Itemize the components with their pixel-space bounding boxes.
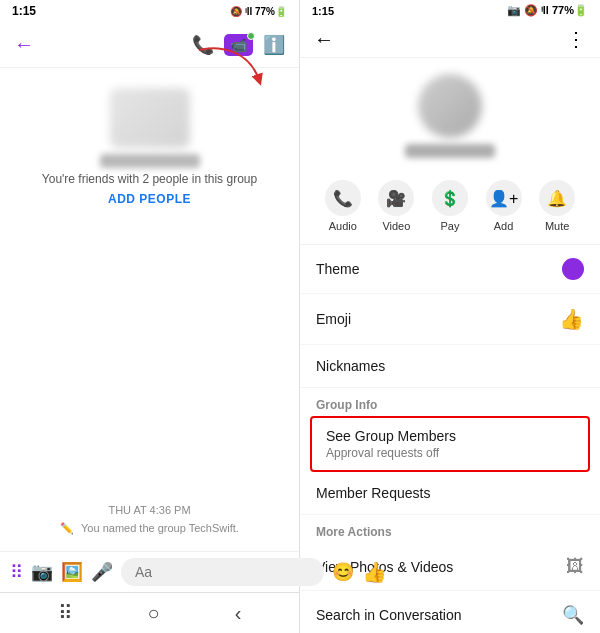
- photo-icon: 🖼: [566, 556, 584, 577]
- right-back-button[interactable]: ←: [314, 28, 334, 51]
- date-divider: THU AT 4:36 PM: [10, 504, 289, 516]
- system-message: ✏️ You named the group TechSwift.: [10, 522, 289, 535]
- mute-icon: 🔔: [539, 180, 575, 216]
- gallery-icon[interactable]: 🖼️: [61, 561, 83, 583]
- camera-icon[interactable]: 📷: [31, 561, 53, 583]
- profile-name: [405, 144, 495, 158]
- right-header: ← ⋮: [300, 21, 600, 58]
- system-message-text: You named the group TechSwift.: [81, 522, 239, 534]
- member-requests-item[interactable]: Member Requests: [300, 472, 600, 515]
- search-conversation-label: Search in Conversation: [316, 607, 462, 623]
- arrow-annotation: [189, 40, 269, 104]
- video-action-icon: 🎥: [378, 180, 414, 216]
- emoji-item[interactable]: Emoji 👍: [300, 294, 600, 345]
- left-time: 1:15: [12, 4, 36, 18]
- pay-icon: 💲: [432, 180, 468, 216]
- more-actions-header: More Actions: [300, 515, 600, 543]
- left-status-bar: 1:15 🔕 ᵎll 77%🔋: [0, 0, 299, 22]
- group-name: [100, 154, 200, 168]
- audio-icon: 📞: [325, 180, 361, 216]
- see-group-members-title: See Group Members: [326, 428, 574, 444]
- theme-dot: [562, 258, 584, 280]
- nav-back-icon[interactable]: ‹: [235, 602, 242, 625]
- nicknames-label: Nicknames: [316, 358, 385, 374]
- pay-action[interactable]: 💲 Pay: [432, 180, 468, 232]
- theme-label: Theme: [316, 261, 360, 277]
- group-info-list: Member Requests: [300, 472, 600, 515]
- profile-section: [300, 58, 600, 168]
- left-back-button[interactable]: ←: [14, 33, 34, 56]
- input-bar-icons: ⠿ 📷 🖼️ 🎤: [10, 561, 113, 583]
- emoji-like-icon: 👍: [559, 307, 584, 331]
- search-icon: 🔍: [562, 604, 584, 626]
- emoji-icon[interactable]: 😊: [332, 561, 354, 583]
- emoji-label: Emoji: [316, 311, 351, 327]
- mute-action[interactable]: 🔔 Mute: [539, 180, 575, 232]
- nav-home-icon[interactable]: ○: [148, 602, 160, 625]
- green-dot: [247, 32, 255, 40]
- more-options-button[interactable]: ⋮: [566, 27, 586, 51]
- group-info-header: Group Info: [300, 388, 600, 416]
- action-icons-row: 📞 Audio 🎥 Video 💲 Pay 👤+ Add 🔔 Mute: [300, 168, 600, 245]
- pay-label: Pay: [441, 220, 460, 232]
- nicknames-item[interactable]: Nicknames: [300, 345, 600, 388]
- left-status-icons: 🔕 ᵎll 77%🔋: [230, 6, 287, 17]
- add-people-button[interactable]: ADD PEOPLE: [108, 192, 191, 206]
- chat-message-area: THU AT 4:36 PM ✏️ You named the group Te…: [0, 320, 299, 552]
- left-nav-bar: ⠿ ○ ‹: [0, 592, 299, 633]
- more-actions-list: View Photos & Videos 🖼 Search in Convers…: [300, 543, 600, 633]
- pencil-icon: ✏️: [60, 522, 74, 534]
- group-sub-text: You're friends with 2 people in this gro…: [42, 172, 257, 186]
- theme-item[interactable]: Theme: [300, 245, 600, 294]
- group-avatar: [110, 88, 190, 148]
- profile-avatar: [418, 74, 482, 138]
- grid-icon[interactable]: ⠿: [10, 561, 23, 583]
- message-input[interactable]: [121, 558, 324, 586]
- right-status-bar: 1:15 📷 🔕 ᵎll 77%🔋: [300, 0, 600, 21]
- see-group-members-item[interactable]: See Group Members Approval requests off: [310, 416, 590, 472]
- right-panel: 1:15 📷 🔕 ᵎll 77%🔋 ← ⋮ 📞 Audio 🎥 Video 💲 …: [300, 0, 600, 633]
- add-label: Add: [494, 220, 514, 232]
- member-requests-label: Member Requests: [316, 485, 430, 501]
- video-label: Video: [382, 220, 410, 232]
- input-bar: ⠿ 📷 🖼️ 🎤 😊 👍: [0, 551, 299, 592]
- add-icon: 👤+: [486, 180, 522, 216]
- left-panel: 1:15 🔕 ᵎll 77%🔋 ← 📞 📹 ℹ️ You're frien: [0, 0, 300, 633]
- audio-label: Audio: [329, 220, 357, 232]
- video-action[interactable]: 🎥 Video: [378, 180, 414, 232]
- like-send-button[interactable]: 👍: [362, 560, 387, 584]
- audio-action[interactable]: 📞 Audio: [325, 180, 361, 232]
- right-status-icons: 📷 🔕 ᵎll 77%🔋: [507, 4, 588, 17]
- nav-apps-icon[interactable]: ⠿: [58, 601, 73, 625]
- approval-requests-text: Approval requests off: [326, 446, 574, 460]
- mic-icon[interactable]: 🎤: [91, 561, 113, 583]
- settings-list: Theme Emoji 👍 Nicknames: [300, 245, 600, 388]
- mute-label: Mute: [545, 220, 569, 232]
- add-action[interactable]: 👤+ Add: [486, 180, 522, 232]
- chat-area: You're friends with 2 people in this gro…: [0, 68, 299, 320]
- right-time: 1:15: [312, 5, 334, 17]
- search-conversation-item[interactable]: Search in Conversation 🔍: [300, 591, 600, 633]
